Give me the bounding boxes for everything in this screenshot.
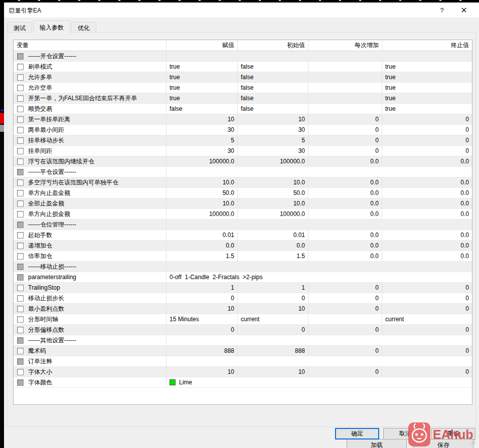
optimize-checkbox[interactable] [17, 106, 24, 112]
optimize-checkbox[interactable] [17, 74, 24, 81]
table-row[interactable]: 开第一单，为FALSE回合结束后不再开单truefalsetrue [14, 93, 472, 104]
table-row[interactable]: 挂单间距303000 [14, 146, 472, 156]
param-value-cell[interactable]: 100000.0 [238, 156, 308, 166]
table-row[interactable]: 允许多单truefalsetrue [14, 72, 472, 83]
param-value-cell[interactable]: 0 [308, 304, 382, 314]
param-value-cell[interactable]: current [382, 314, 472, 324]
param-value-cell[interactable]: 0 [167, 325, 238, 335]
optimize-checkbox[interactable] [17, 243, 24, 249]
table-row[interactable]: 分形偏移点数0000 [14, 325, 472, 335]
param-value-cell[interactable]: 0 [382, 367, 472, 377]
param-value-cell[interactable]: 0.0 [308, 188, 382, 198]
table-row[interactable]: 挂单移动步长5500 [14, 135, 472, 146]
param-value-cell[interactable]: 30 [238, 146, 308, 156]
resize-grip[interactable] [469, 439, 475, 445]
param-value-cell[interactable]: 15 Minutes [167, 314, 238, 324]
param-value-cell[interactable]: false [238, 83, 308, 93]
param-value-cell[interactable]: 0.0 [167, 241, 238, 251]
optimize-checkbox[interactable] [17, 148, 24, 154]
param-value-cell[interactable]: 0 [308, 283, 382, 293]
param-value-cell[interactable]: true [382, 72, 472, 82]
optimize-checkbox[interactable] [17, 137, 24, 144]
param-value-cell[interactable]: false [238, 93, 308, 103]
param-value-cell[interactable]: 1.5 [167, 251, 238, 261]
param-value-cell[interactable]: 0 [382, 135, 472, 145]
param-value-cell[interactable]: 30 [167, 146, 238, 156]
param-value-cell[interactable]: 0.01 [167, 230, 238, 240]
table-row[interactable]: 全部止盈金额10.010.00.00.0 [14, 198, 472, 209]
optimize-checkbox[interactable] [17, 348, 24, 354]
param-value-cell[interactable]: 0.0 [308, 177, 382, 187]
param-value-cell[interactable]: 0 [308, 125, 382, 135]
param-value-cell[interactable]: 0.0 [308, 198, 382, 208]
reset-button[interactable]: 重设 [431, 428, 475, 439]
param-value-cell[interactable]: 0 [167, 293, 238, 303]
table-row[interactable]: 魔术码88888800 [14, 346, 472, 356]
param-value-cell[interactable]: false [238, 72, 308, 82]
table-row[interactable]: 多空浮亏均在该范围内可单独平仓10.010.00.00.0 [14, 177, 472, 188]
param-value-cell[interactable]: 10.0 [167, 198, 238, 208]
param-value-cell[interactable]: true [167, 72, 238, 82]
param-value-cell[interactable]: 0 [308, 135, 382, 145]
param-value-cell[interactable]: 0 [382, 293, 472, 303]
param-span-cell[interactable] [167, 167, 472, 177]
table-row[interactable]: 最小盈利点数101000 [14, 304, 472, 314]
param-value-cell[interactable]: 0.0 [308, 230, 382, 240]
param-value-cell[interactable]: 0.0 [382, 241, 472, 251]
param-value-cell[interactable]: 10.0 [167, 177, 238, 187]
section-row[interactable]: ------其他设置------ [14, 335, 472, 346]
param-value-cell[interactable]: false [238, 62, 308, 72]
param-value-cell[interactable]: 0 [308, 325, 382, 335]
optimize-checkbox[interactable] [17, 116, 24, 123]
param-value-cell[interactable]: 10 [167, 304, 238, 314]
table-row[interactable]: 单方向止盈金额50.050.00.00.0 [14, 188, 472, 198]
table-row[interactable]: 起始手数0.010.010.00.0 [14, 230, 472, 241]
param-value-cell[interactable]: 10 [238, 114, 308, 124]
table-row[interactable]: 两单最小间距303000 [14, 125, 472, 135]
optimize-checkbox[interactable] [17, 253, 24, 260]
param-value-cell[interactable]: 30 [167, 125, 238, 135]
table-row[interactable]: 第一单挂单距离101000 [14, 114, 472, 125]
section-row[interactable]: ------开仓设置------ [14, 51, 472, 62]
param-value-cell[interactable]: 0.0 [238, 241, 308, 251]
table-row[interactable]: 分形时间轴15 Minutescurrentcurrent [14, 314, 472, 325]
table-row[interactable]: TrailingStop1100 [14, 283, 472, 293]
table-row[interactable]: 浮亏在该范围内继续开仓100000.0100000.00.00.0 [14, 156, 472, 167]
param-value-cell[interactable]: 10.0 [238, 198, 308, 208]
param-value-cell[interactable]: 888 [167, 346, 238, 356]
param-value-cell[interactable]: 0 [382, 283, 472, 293]
optimize-checkbox[interactable] [17, 200, 24, 207]
optimize-checkbox[interactable] [17, 85, 24, 91]
table-row[interactable]: 订单注释 [14, 356, 472, 367]
optimize-checkbox[interactable] [17, 306, 24, 312]
param-value-cell[interactable]: 0.0 [382, 156, 472, 166]
table-row[interactable]: 单方向止损金额100000.0100000.00.00.0 [14, 209, 472, 219]
param-value-cell[interactable]: 0.0 [308, 156, 382, 166]
param-value-cell[interactable]: 10 [238, 304, 308, 314]
param-value-cell[interactable]: 0.0 [308, 209, 382, 219]
param-span-cell[interactable] [167, 219, 472, 230]
section-row[interactable]: ------仓位管理------ [14, 219, 472, 230]
optimize-checkbox[interactable] [17, 369, 24, 375]
param-value-cell[interactable]: 0.0 [308, 241, 382, 251]
tab-test[interactable]: 测试 [7, 22, 32, 33]
param-value-cell[interactable]: 0 [382, 304, 472, 314]
param-value-cell[interactable]: 0.0 [382, 198, 472, 208]
param-value-cell[interactable]: 0.0 [382, 188, 472, 198]
param-value-cell[interactable]: 30 [238, 125, 308, 135]
param-value-cell[interactable] [308, 72, 382, 82]
param-value-cell[interactable]: 100000.0 [238, 209, 308, 219]
param-value-cell[interactable]: 0 [238, 325, 308, 335]
param-span-cell[interactable] [167, 51, 472, 61]
param-value-cell[interactable]: 10.0 [238, 177, 308, 187]
param-value-cell[interactable]: true [382, 62, 472, 72]
param-value-cell[interactable]: true [382, 83, 472, 93]
param-value-cell[interactable]: true [167, 93, 238, 103]
param-value-cell[interactable]: 1 [167, 283, 238, 293]
optimize-checkbox[interactable] [17, 285, 24, 291]
param-value-cell[interactable]: 0 [308, 114, 382, 124]
tab-input-parameters[interactable]: 输入参数 [33, 21, 70, 33]
param-value-cell[interactable]: 0.0 [382, 177, 472, 187]
param-value-cell[interactable]: 0 [308, 146, 382, 156]
table-row[interactable]: 倍率加仓1.51.50.00.0 [14, 251, 472, 262]
